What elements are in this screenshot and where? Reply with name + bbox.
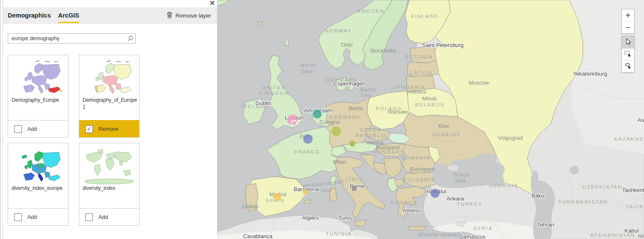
country-label: UKRAINE	[432, 132, 461, 137]
country-label: GREECE	[391, 200, 417, 205]
panel-edge	[0, 0, 3, 239]
layer-card-diversity-index-europe[interactable]: diversity_index_europe Add	[8, 143, 69, 226]
city-label: Oslo	[341, 41, 353, 48]
trash-icon	[167, 12, 173, 20]
city-label: Milan	[333, 159, 346, 165]
city-label: Vilnius	[410, 89, 426, 95]
layer-title: diversity_index	[79, 182, 139, 208]
island-crete	[408, 226, 426, 230]
layer-title: diversity_index_europe	[8, 182, 68, 208]
city-label: Dublin	[256, 100, 271, 106]
lasso-select-tool-button[interactable]	[622, 60, 634, 72]
city-label: Baku	[531, 192, 544, 199]
city-label: Stockholm	[370, 47, 396, 54]
country-label: CZECH	[360, 127, 382, 133]
pointer-tool-button[interactable]	[622, 36, 634, 48]
marquee-select-icon	[624, 50, 632, 59]
city-label: Ankara	[446, 195, 464, 202]
tab-demographics[interactable]: Demographics	[8, 7, 51, 24]
city-label: Casablanca	[243, 233, 273, 239]
country-label: ESTONIA	[405, 54, 433, 59]
city-label: Tunis	[338, 215, 352, 221]
city-label: Minsk	[422, 95, 437, 102]
add-checkbox[interactable]	[14, 125, 22, 133]
country-label: FRANCE	[294, 149, 320, 154]
layer-card-demography-of-europe-1[interactable]: Demography_of_Europe 1 ✓ Remove	[79, 55, 140, 138]
sea-label: Mediterranean	[419, 231, 460, 238]
city-bubble[interactable]	[303, 189, 308, 195]
city-label: Copenhagen	[334, 80, 365, 87]
country-label: BELARUS	[415, 102, 444, 107]
city-label: Yekaterinburg	[573, 71, 607, 77]
city-label: Moscow	[468, 80, 489, 86]
city-bubble[interactable]	[431, 189, 440, 198]
country-label: TAJIKISTAN	[626, 204, 644, 209]
layer-card-demography-europe[interactable]: Demography_Europe Add	[8, 55, 69, 138]
map-canvas[interactable]: NorthSeaBalticSeaBlackSeaMediterraneanSe…	[217, 0, 644, 239]
arcgis-map-visual: ✕ Demographics ArcGIS Remove layer	[0, 0, 644, 239]
add-checkbox[interactable]	[14, 213, 22, 221]
city-label: Cologne	[319, 119, 340, 125]
city-bubble[interactable]	[303, 134, 313, 144]
country-label: UNITED	[262, 85, 286, 90]
city-bubble[interactable]	[292, 121, 297, 126]
city-label: Astana	[638, 117, 644, 123]
selection-tools	[621, 36, 635, 73]
europe-map: NorthSeaBalticSeaBlackSeaMediterraneanSe…	[217, 0, 644, 239]
country-label: LATVIA	[410, 70, 432, 75]
country-label: ROMANIA	[401, 155, 430, 160]
country-label: KAZAKHSTAN	[614, 136, 644, 142]
country-label: UZBEKISTAN	[582, 184, 622, 189]
city-label: Volgograd	[498, 135, 523, 141]
zoom-out-button[interactable]: −	[622, 21, 634, 33]
country-label: FINLAND	[411, 14, 439, 19]
sea-label: Black	[454, 171, 470, 178]
city-bubble[interactable]	[349, 141, 355, 147]
country-label: KINGDOM	[259, 91, 289, 96]
zoom-in-button[interactable]: +	[622, 9, 634, 21]
country-label: BULGARIA	[403, 177, 435, 182]
sea-label: Sea	[321, 187, 332, 193]
city-bubble[interactable]	[313, 110, 322, 118]
sea-label: Sea	[361, 92, 372, 98]
add-checkbox[interactable]	[85, 213, 93, 221]
thumbnail-diversity-index-europe	[8, 143, 68, 182]
action-label: Add	[27, 126, 37, 132]
action-label: Add	[98, 214, 108, 220]
country-label: GEORGIA	[489, 183, 518, 188]
sea-label: Sea	[301, 68, 313, 74]
tab-arcgis[interactable]: ArcGIS	[58, 7, 79, 24]
cursor-arrow-icon	[624, 38, 632, 47]
city-label: Lisbon	[242, 203, 259, 209]
layer-action-row: Add	[8, 208, 68, 225]
sea-label: Sea	[455, 177, 466, 184]
layer-search	[8, 33, 136, 44]
country-label: TURKMENISTAN	[558, 199, 608, 204]
country-label: ITALY	[346, 177, 363, 182]
city-label: Islamabad	[638, 233, 644, 239]
city-bubble[interactable]	[331, 127, 341, 136]
action-label: Add	[27, 214, 37, 220]
search-icon[interactable]	[125, 34, 135, 43]
country-label: SYRIA	[473, 226, 493, 231]
layer-selection-panel: ✕ Demographics ArcGIS Remove layer	[0, 0, 217, 239]
zoom-controls: + −	[621, 9, 635, 34]
search-input[interactable]	[8, 35, 125, 41]
sea-label: North	[300, 62, 316, 68]
city-bubble[interactable]	[352, 186, 357, 191]
layer-card-diversity-index[interactable]: diversity_index Add	[79, 143, 140, 226]
action-label: Remove	[98, 126, 119, 132]
remove-checkbox[interactable]: ✓	[85, 125, 93, 133]
tab-bar: Demographics ArcGIS Remove layer	[0, 7, 217, 24]
city-bubble[interactable]	[274, 193, 281, 201]
city-label: Berlin	[349, 105, 363, 112]
aral-sea	[570, 166, 579, 174]
thumbnail-demography-europe	[8, 55, 68, 94]
rectangle-select-tool-button[interactable]	[622, 48, 634, 60]
remove-layer-button[interactable]: Remove layer	[167, 12, 211, 20]
country-label: TURKEY	[457, 201, 483, 207]
remove-layer-label: Remove layer	[176, 12, 211, 19]
close-icon[interactable]: ✕	[209, 0, 215, 8]
country-label: REPUBLIC	[355, 133, 388, 138]
city-label: Algiers	[302, 215, 319, 221]
